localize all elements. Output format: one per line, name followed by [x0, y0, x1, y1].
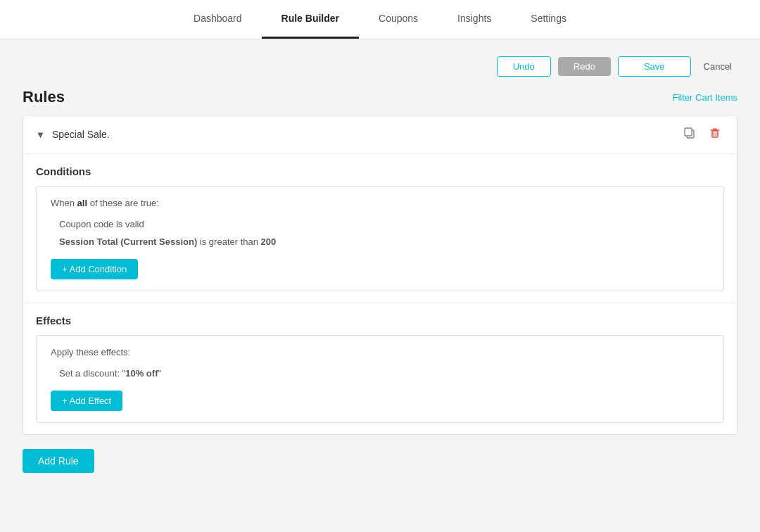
rule-actions: [680, 125, 724, 144]
rules-title: Rules: [23, 88, 65, 106]
rule-header-left: ▼ Special Sale.: [36, 129, 110, 140]
conditions-box: When all of these are true: Coupon code …: [36, 186, 724, 291]
add-effect-button[interactable]: + Add Effect: [51, 391, 122, 411]
add-condition-button[interactable]: + Add Condition: [51, 259, 138, 279]
conditions-title: Conditions: [36, 165, 724, 177]
cancel-button[interactable]: Cancel: [698, 57, 737, 76]
toolbar: Undo Redo Save Cancel: [23, 56, 737, 77]
rule-header: ▼ Special Sale.: [23, 115, 737, 154]
rules-header: Rules Filter Cart Items: [23, 88, 737, 106]
effects-section: Effects Apply these effects: Set a disco…: [23, 303, 737, 434]
condition-item-1: Coupon code is valid: [51, 215, 709, 233]
chevron-down-icon[interactable]: ▼: [36, 129, 45, 140]
top-navigation: Dashboard Rule Builder Coupons Insights …: [0, 0, 760, 39]
condition-item-2: Session Total (Current Session) is great…: [51, 233, 709, 251]
effects-box: Apply these effects: Set a discount: "10…: [36, 335, 724, 423]
main-content: Undo Redo Save Cancel Rules Filter Cart …: [0, 39, 760, 532]
tab-coupons[interactable]: Coupons: [359, 0, 438, 39]
condition-bold-2: 200: [261, 236, 277, 247]
apply-effects-line: Apply these effects:: [51, 347, 709, 357]
undo-button[interactable]: Undo: [497, 56, 551, 77]
filter-cart-items-link[interactable]: Filter Cart Items: [673, 92, 737, 103]
when-line: When all of these are true:: [51, 198, 709, 208]
conditions-section: Conditions When all of these are true: C…: [23, 154, 737, 303]
redo-button[interactable]: Redo: [558, 57, 611, 76]
rule-card: ▼ Special Sale.: [23, 115, 737, 435]
tab-insights[interactable]: Insights: [438, 0, 511, 39]
tab-settings[interactable]: Settings: [511, 0, 586, 39]
add-rule-button[interactable]: Add Rule: [23, 449, 94, 473]
all-keyword: all: [77, 198, 87, 208]
svg-rect-1: [685, 128, 692, 136]
rule-name: Special Sale.: [52, 129, 110, 140]
effects-title: Effects: [36, 315, 724, 327]
tab-dashboard[interactable]: Dashboard: [174, 0, 262, 39]
duplicate-rule-button[interactable]: [680, 125, 699, 144]
save-button[interactable]: Save: [618, 56, 691, 77]
svg-rect-2: [712, 131, 718, 137]
effect-item-1: Set a discount: "10% off": [51, 365, 709, 382]
tab-rule-builder[interactable]: Rule Builder: [262, 0, 359, 39]
effect-bold: 10% off: [125, 368, 158, 379]
condition-bold-1: Session Total (Current Session): [59, 236, 197, 247]
delete-rule-button[interactable]: [706, 125, 724, 144]
